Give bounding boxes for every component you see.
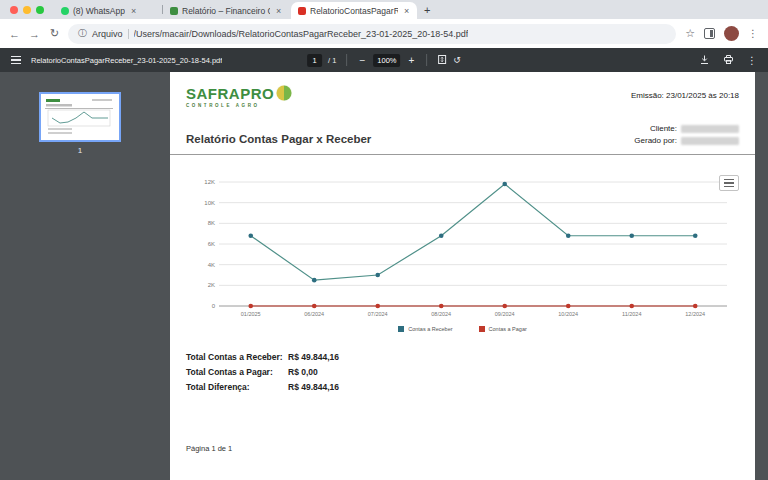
svg-text:11/2024: 11/2024 (622, 311, 641, 317)
svg-text:08/2024: 08/2024 (431, 311, 451, 317)
logo-title: SAFRAPRO (186, 85, 274, 102)
svg-text:06/2024: 06/2024 (304, 311, 324, 317)
line-chart: 02K4K6K8K10K12K01/202506/202407/202408/2… (189, 172, 737, 322)
svg-text:8K: 8K (207, 220, 214, 226)
print-icon[interactable] (723, 51, 734, 69)
fullscreen-window-button[interactable] (36, 6, 44, 14)
report-header: SAFRAPRO CONTROLE AGRO Emissão: 23/01/20… (186, 84, 739, 108)
svg-text:10/2024: 10/2024 (558, 311, 578, 317)
address-bar-actions: ☆ ⋮ (683, 26, 760, 41)
whatsapp-favicon (61, 7, 69, 15)
new-tab-button[interactable]: + (417, 4, 437, 16)
svg-text:4K: 4K (207, 262, 214, 268)
total-label: Total Diferença: (186, 382, 288, 392)
svg-text:12K: 12K (204, 179, 215, 185)
tab-close-icon[interactable]: × (276, 6, 281, 16)
thumbnail-preview (44, 97, 114, 137)
zoom-out-icon[interactable]: − (357, 55, 367, 66)
total-label: Total Contas a Pagar: (186, 367, 288, 377)
url-scheme-label: Arquivo (92, 29, 123, 39)
svg-text:6K: 6K (207, 241, 214, 247)
rotate-icon[interactable]: ↺ (453, 55, 461, 65)
minimize-window-button[interactable] (23, 6, 31, 14)
pdf-viewer-area: 1 SAFRAPRO CONTROLE AGRO Emissão: 23/01 (0, 72, 768, 480)
browser-menu-icon[interactable]: ⋮ (748, 28, 758, 39)
total-value: R$ 49.844,16 (288, 382, 486, 392)
client-block: Cliente: Gerado por: (634, 121, 739, 145)
chart-container: 02K4K6K8K10K12K01/202506/202407/202408/2… (186, 172, 739, 332)
thumbnail-page-number: 1 (78, 146, 82, 155)
header-divider (170, 154, 755, 155)
page-count-label: / 1 (328, 56, 336, 65)
svg-text:0: 0 (211, 303, 215, 309)
total-label: Total Contas a Receber: (186, 352, 288, 362)
tab-whatsapp[interactable]: (8) WhatsApp × (54, 3, 162, 19)
side-panel-icon[interactable] (704, 28, 715, 39)
tab-label: Relatório – Financeiro Contas (182, 6, 270, 16)
chart-legend: Contas a ReceberContas a Pagar (186, 326, 739, 332)
legend-item: Contas a Pagar (479, 326, 527, 332)
bookmark-star-icon[interactable]: ☆ (685, 27, 695, 40)
report-title: Relatório Contas Pagar x Receber (186, 133, 371, 145)
page-number-input[interactable]: 1 (307, 54, 322, 67)
download-icon[interactable] (699, 51, 710, 69)
tab-relatorio-financeiro[interactable]: Relatório – Financeiro Contas × (163, 3, 291, 19)
reload-icon[interactable]: ↻ (48, 27, 61, 40)
emission-timestamp: Emissão: 23/01/2025 às 20:18 (631, 84, 739, 100)
svg-text:01/2025: 01/2025 (240, 311, 260, 317)
pdf-page: SAFRAPRO CONTROLE AGRO Emissão: 23/01/20… (170, 72, 755, 480)
pdf-toolbar-center: 1 / 1 − 100% + ↺ (307, 48, 461, 72)
svg-text:09/2024: 09/2024 (494, 311, 514, 317)
forward-icon[interactable]: → (28, 28, 41, 40)
url-bar[interactable]: ⓘ Arquivo /Users/macair/Downloads/Relato… (68, 24, 676, 44)
tabs-container: (8) WhatsApp × Relatório – Financeiro Co… (54, 0, 437, 19)
legend-swatch (479, 326, 485, 332)
pdf-filename: RelatorioContasPagarReceber_23-01-2025_2… (31, 56, 222, 65)
tab-close-icon[interactable]: × (404, 6, 409, 16)
tab-label: RelatorioContasPagarReceber (310, 6, 398, 16)
client-value-redacted (681, 125, 739, 133)
svg-text:2K: 2K (207, 282, 214, 288)
svg-text:12/2024: 12/2024 (685, 311, 705, 317)
legend-swatch (398, 326, 404, 332)
macos-window-controls (0, 6, 54, 14)
profile-avatar[interactable] (724, 26, 739, 41)
pdf-more-icon[interactable]: ⋮ (747, 55, 757, 66)
pdf-favicon (298, 7, 306, 15)
svg-text:10K: 10K (204, 200, 215, 206)
tab-pdf-active[interactable]: RelatorioContasPagarReceber × (291, 2, 417, 19)
thumbnail-panel: 1 (0, 72, 160, 480)
safrapro-favicon (170, 7, 178, 15)
chart-menu-button[interactable] (719, 175, 739, 191)
url-divider (128, 29, 129, 39)
svg-text:07/2024: 07/2024 (367, 311, 387, 317)
browser-tab-strip: (8) WhatsApp × Relatório – Financeiro Co… (0, 0, 768, 19)
page-footer: Página 1 de 1 (186, 444, 739, 453)
logo-subtitle: CONTROLE AGRO (186, 103, 293, 108)
tab-label: (8) WhatsApp (73, 6, 125, 16)
close-window-button[interactable] (10, 6, 18, 14)
generated-by-value-redacted (681, 137, 739, 145)
legend-label: Contas a Receber (408, 326, 452, 332)
client-label: Cliente: (650, 124, 677, 133)
safrapro-logo-icon (275, 84, 293, 102)
legend-item: Contas a Receber (398, 326, 452, 332)
toolbar-divider (346, 54, 347, 66)
legend-label: Contas a Pagar (489, 326, 527, 332)
pdf-toolbar-right: ⋮ (699, 51, 757, 69)
toolbar-divider (426, 54, 427, 66)
totals-block: Total Contas a Receber: R$ 49.844,16 Tot… (186, 352, 486, 392)
back-icon[interactable]: ← (8, 28, 21, 40)
tab-close-icon[interactable]: × (131, 6, 136, 16)
fit-page-icon[interactable] (437, 54, 447, 67)
pdf-toolbar: RelatorioContasPagarReceber_23-01-2025_2… (0, 48, 768, 72)
browser-address-bar: ← → ↻ ⓘ Arquivo /Users/macair/Downloads/… (0, 19, 768, 48)
generated-by-label: Gerado por: (634, 136, 677, 145)
logo-block: SAFRAPRO CONTROLE AGRO (186, 84, 293, 108)
zoom-in-icon[interactable]: + (406, 55, 416, 66)
page-thumbnail[interactable] (41, 94, 119, 140)
page-area: SAFRAPRO CONTROLE AGRO Emissão: 23/01/20… (160, 72, 768, 480)
zoom-level-input[interactable]: 100% (373, 54, 400, 67)
pdf-menu-icon[interactable] (11, 55, 21, 65)
info-icon[interactable]: ⓘ (78, 27, 87, 40)
